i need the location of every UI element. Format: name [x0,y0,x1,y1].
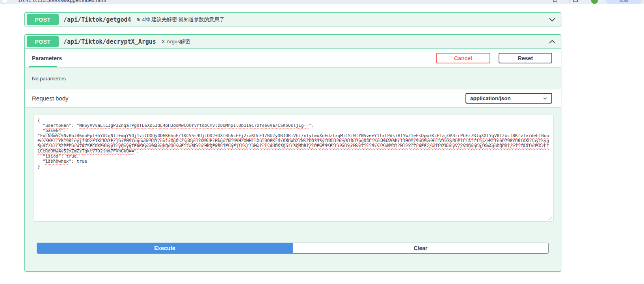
endpoint-block-decryptx-argus: POST /api/Tiktok/decryptX_Argus X-Argus解… [24,34,561,272]
toolbar-divider [569,0,570,3]
content-type-value: application/json [470,95,511,101]
content-type-select[interactable]: application/json [465,93,552,104]
request-body-area: { "usertoken": "Nk6yVVvaElLJgP3ZnqaTPgOT… [25,107,561,222]
browser-address-bar: 10.41.0.115:5000/swagger/index.html 更新 [0,0,644,4]
bookmark-star-icon[interactable] [552,0,558,3]
request-body-section-header: Request body application/json [25,89,561,107]
browser-profile-avatar[interactable] [591,0,598,4]
chevron-down-icon[interactable] [548,16,556,24]
endpoint-path[interactable]: /api/Tiktok/getgod4 [63,16,131,23]
request-body-label: Request body [32,95,69,102]
execute-row: Execute Clear [37,243,549,254]
clear-button[interactable]: Clear [293,243,549,254]
endpoint-path[interactable]: /api/Tiktok/decryptX_Argus [63,38,156,45]
no-parameters-text: No parameters [32,76,66,82]
execute-button[interactable]: Execute [37,243,293,254]
endpoint-description: tk 4神 建议先解密 就知道参数的意思了 [137,16,225,23]
textarea-resize-grip[interactable] [547,215,553,221]
endpoint-description: X-Argus解密 [162,38,190,45]
endpoint-summary-getgod4[interactable]: POST /api/Tiktok/getgod4 tk 4神 建议先解密 就知道… [25,13,561,26]
active-tab-underline [29,66,57,67]
address-bar-url[interactable]: 10.41.0.115:5000/swagger/index.html [18,0,106,3]
select-chevron-down-icon [542,96,548,101]
reset-button[interactable]: Reset [499,53,552,63]
browser-update-button[interactable]: 更新 [606,0,642,4]
parameters-section-header: Parameters Cancel Reset [25,49,561,67]
cancel-button[interactable]: Cancel [436,53,490,63]
post-method-badge[interactable]: POST [27,14,59,25]
post-method-badge[interactable]: POST [27,36,59,47]
parameters-container: No parameters [25,67,561,89]
endpoint-block-getgod4: POST /api/Tiktok/getgod4 tk 4神 建议先解密 就知道… [24,12,561,26]
request-body-editor[interactable]: { "usertoken": "Nk6yVVvaElLJgP3ZnqaTPgOT… [33,115,554,222]
browser-favicon [1,0,8,4]
download-icon[interactable] [572,0,579,3]
tab-parameters[interactable]: Parameters [32,55,62,61]
chevron-up-icon[interactable] [548,38,556,46]
endpoint-summary-decryptx-argus[interactable]: POST /api/Tiktok/decryptX_Argus X-Argus解… [25,35,561,49]
